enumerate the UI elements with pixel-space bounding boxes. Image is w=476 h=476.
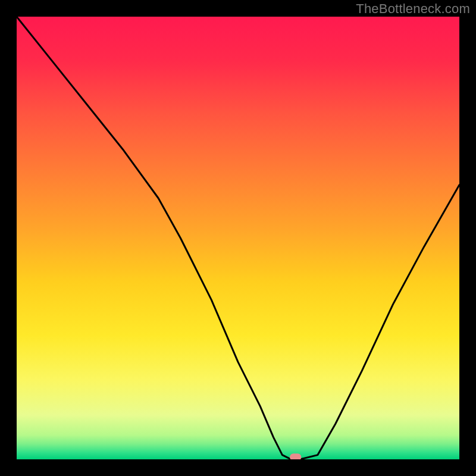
chart-container: TheBottleneck.com [0, 0, 476, 476]
svg-rect-0 [17, 17, 459, 459]
chart-svg [17, 17, 459, 459]
optimal-marker [290, 453, 301, 459]
plot-area [17, 17, 459, 459]
watermark-text: TheBottleneck.com [356, 1, 470, 17]
